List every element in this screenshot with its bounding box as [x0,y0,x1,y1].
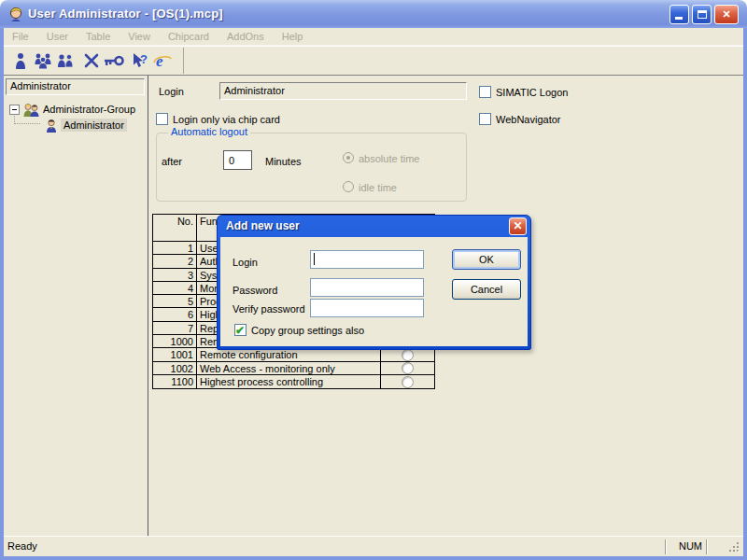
dialog-verify-password-label: Verify password [233,303,305,315]
tree-user-label: Administrator [61,119,127,132]
authorization-radio[interactable] [402,349,414,361]
window-title: User Administrator - [OS(1).mcp] [28,7,223,21]
webnavigator-label: WebNavigator [496,114,561,125]
menu-user[interactable]: User [42,29,73,44]
num-lock-indicator: NUM [679,540,702,552]
idle-time-label: idle time [359,182,397,193]
close-button[interactable]: ✕ [714,5,739,24]
maximize-icon [698,10,707,19]
menu-view[interactable]: View [123,29,155,44]
dialog-login-label: Login [233,257,258,268]
close-icon: ✕ [722,8,730,20]
ok-button[interactable]: OK [452,249,521,270]
login-value-field[interactable]: Administrator [219,82,467,100]
webnavigator-checkbox[interactable] [479,113,491,125]
dialog-login-input[interactable] [310,250,424,269]
window-border-bottom [0,556,747,560]
collapse-minus-icon[interactable] [9,105,20,115]
simatic-logon-label: SIMATIC Logon [496,87,568,98]
cell-no: 7 [153,322,197,334]
cell-no: 3 [153,269,197,281]
app-window: User Administrator - [OS(1).mcp] ✕ File … [0,0,747,560]
group-tree-panel: Administrator Ad [4,76,148,536]
window-border-right [743,28,747,560]
chip-card-label: Login only via chip card [173,114,280,125]
group-icon [22,103,40,117]
statusbar-separator [706,539,708,554]
minutes-input[interactable] [223,150,252,170]
toolbar: ? e [4,46,743,75]
table-row: 1001 Remote configuration [153,348,434,361]
text-caret [314,253,315,265]
maximize-button[interactable] [692,5,712,24]
status-bar: Ready NUM [4,536,743,556]
copy-group-settings-label: Copy group settings also [251,325,364,336]
cell-no: 1002 [153,362,197,374]
tree-item-administrator-group[interactable]: Administrator-Group [9,102,135,117]
chip-card-checkbox[interactable] [156,113,168,125]
svg-text:e: e [156,52,163,70]
dialog-titlebar[interactable]: Add new user ✕ [220,216,528,237]
minutes-label: Minutes [265,156,302,167]
cell-no: 1001 [153,348,197,360]
cell-no: 5 [153,295,197,307]
automatic-logout-groupbox: Automatic logout after Minutes absolute … [156,133,467,202]
authorization-radio[interactable] [402,362,414,374]
cell-no: 2 [153,255,197,267]
cell-no: 1 [153,242,197,254]
close-icon: ✕ [513,219,522,232]
tree-panel-header: Administrator [6,78,145,95]
add-new-user-dialog: Add new user ✕ Login Password Verify pas… [217,215,531,350]
minimize-icon [675,17,683,20]
tree-item-administrator[interactable]: Administrator [45,118,127,133]
copy-group-settings-checkbox[interactable]: ✔ [234,324,247,336]
cell-function: Remote configuration [197,348,381,360]
user-group-icon[interactable] [32,49,54,72]
menu-chipcard[interactable]: Chipcard [163,29,214,44]
cancel-button[interactable]: Cancel [452,279,521,300]
cell-no: 1100 [153,375,197,388]
user-icon [45,119,58,133]
dialog-password-label: Password [233,285,277,296]
resize-grip-icon[interactable] [728,541,740,553]
svg-text:?: ? [140,52,148,66]
cell-no: 6 [153,308,197,320]
toolbar-band: ? e [6,48,184,74]
dialog-body: Login Password Verify password ✔ Copy gr… [220,237,528,346]
menu-table[interactable]: Table [81,29,115,44]
cell-function: Web Access - monitoring only [197,362,381,374]
cell-function: Highest process controlling [197,375,381,388]
group-tree: Administrator-Group Administrator [4,98,147,536]
tree-group-label: Administrator-Group [43,104,135,115]
absolute-time-radio[interactable] [343,152,354,163]
cell-no: 1000 [153,335,197,347]
key-icon[interactable] [103,49,125,72]
cell-no: 4 [153,282,197,294]
app-icon [8,7,23,21]
dialog-title: Add new user [226,219,300,232]
idle-time-radio[interactable] [343,181,354,192]
table-row: 1100 Highest process controlling [153,375,434,388]
dialog-password-input[interactable] [310,278,424,297]
single-user-icon[interactable] [9,49,32,72]
dialog-close-button[interactable]: ✕ [509,217,527,235]
checkmark-icon: ✔ [235,324,245,337]
titlebar[interactable]: User Administrator - [OS(1).mcp] ✕ [0,0,747,28]
absolute-time-label: absolute time [359,153,419,164]
dialog-verify-password-input[interactable] [310,299,424,317]
two-users-icon[interactable] [54,49,77,72]
login-label: Login [159,86,184,97]
after-label: after [162,156,182,167]
automatic-logout-title: Automatic logout [168,126,250,137]
web-browser-icon[interactable]: e [151,49,174,72]
simatic-logon-checkbox[interactable] [479,86,491,98]
menu-file[interactable]: File [7,29,34,44]
menu-help[interactable]: Help [277,29,308,44]
help-pointer-icon[interactable]: ? [129,49,151,72]
menu-addons[interactable]: AddOns [222,29,269,44]
delete-x-icon[interactable] [80,49,103,72]
minimize-button[interactable] [669,5,689,24]
authorization-radio[interactable] [402,376,414,388]
status-message: Ready [7,540,37,552]
statusbar-separator [665,539,667,554]
